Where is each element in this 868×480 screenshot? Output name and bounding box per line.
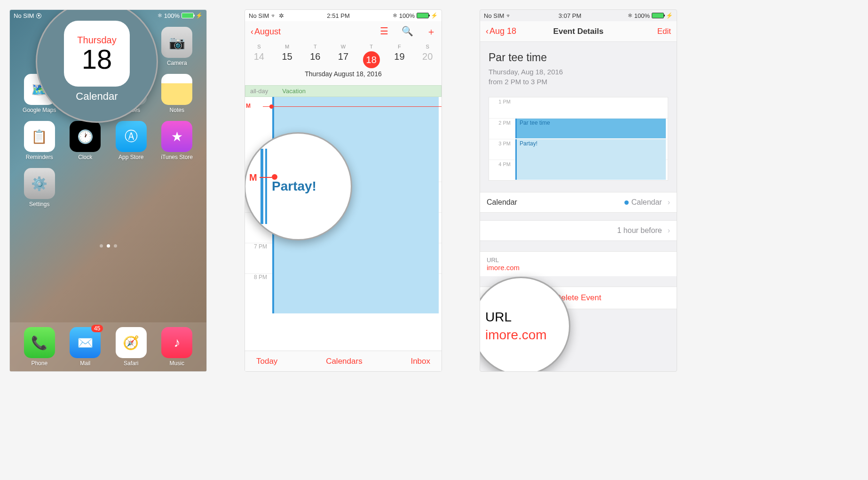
edit-button[interactable]: Edit xyxy=(657,27,671,36)
app-settings[interactable]: ⚙️Settings xyxy=(19,168,60,208)
alert-row[interactable]: 1 hour before› xyxy=(480,220,677,241)
day-17[interactable]: 17 xyxy=(329,51,357,68)
spinner-icon: ✲ xyxy=(279,12,284,19)
magnify-event: M Partay! xyxy=(245,132,352,240)
app-camera[interactable]: 📷 Camera xyxy=(157,27,197,66)
dock: 📞Phone ✉️45Mail 🧭Safari ♪Music xyxy=(10,322,206,371)
battery-icon xyxy=(652,13,664,18)
status-bar: No SIM ᯤ 3:07 PM ✱100%⚡ xyxy=(480,10,677,21)
wifi-icon: ⦿ xyxy=(36,12,42,19)
bluetooth-icon: ✱ xyxy=(393,12,397,19)
calendar-toolbar: Today Calendars Inbox xyxy=(245,351,442,371)
chevron-right-icon: › xyxy=(668,226,670,235)
day-19[interactable]: 19 xyxy=(386,51,414,68)
status-bar: No SIM ᯤ ✲ 2:51 PM ✱100%⚡ xyxy=(245,10,442,21)
nav-bar: ‹August ☰ 🔍 ＋ xyxy=(245,21,442,42)
inbox-button[interactable]: Inbox xyxy=(410,357,430,366)
calendar-day-view: No SIM ᯤ ✲ 2:51 PM ✱100%⚡ ‹August ☰ 🔍 ＋ … xyxy=(245,9,442,372)
calendar-color-dot xyxy=(624,200,629,205)
url-link[interactable]: imore.com xyxy=(485,328,547,343)
app-reminders[interactable]: 📋Reminders xyxy=(19,121,60,160)
battery-label: 100% xyxy=(164,12,180,19)
app-appstore[interactable]: ⒶApp Store xyxy=(111,121,151,160)
calendar-row[interactable]: Calendar Calendar› xyxy=(480,192,677,213)
app-mail[interactable]: ✉️45Mail xyxy=(65,327,106,367)
chevron-left-icon: ‹ xyxy=(251,27,253,37)
event-details-screen: No SIM ᯤ 3:07 PM ✱100%⚡ ‹Aug 18 Event De… xyxy=(480,9,677,372)
add-event-icon[interactable]: ＋ xyxy=(426,25,436,38)
day-14[interactable]: 14 xyxy=(245,51,273,68)
chevron-left-icon: ‹ xyxy=(486,26,489,36)
carrier-label: No SIM xyxy=(14,12,34,19)
page-dots[interactable] xyxy=(10,244,206,248)
app-phone[interactable]: 📞Phone xyxy=(19,327,60,367)
mini-timeline: 1 PM 2 PM Par tee time 3 PM Partay! 4 PM xyxy=(489,97,668,181)
day-15[interactable]: 15 xyxy=(273,51,301,68)
battery-icon xyxy=(417,13,429,18)
app-music[interactable]: ♪Music xyxy=(157,327,197,367)
date-subtitle: Thursday August 18, 2016 xyxy=(245,68,442,81)
now-indicator-dot xyxy=(269,104,274,109)
event-name: Par tee time xyxy=(489,51,668,64)
all-day-row[interactable]: all-day Vacation xyxy=(245,85,442,97)
event-time: from 2 PM to 3 PM xyxy=(489,77,668,87)
back-button[interactable]: ‹August xyxy=(251,27,281,37)
battery-icon xyxy=(181,13,194,18)
chevron-right-icon: › xyxy=(668,198,670,207)
list-view-icon[interactable]: ☰ xyxy=(380,25,388,38)
app-notes[interactable]: Notes xyxy=(157,74,197,113)
mini-event-partee[interactable]: Par tee time xyxy=(515,119,666,138)
app-safari[interactable]: 🧭Safari xyxy=(111,327,151,367)
time-label: 3:07 PM xyxy=(559,12,581,19)
app-clock[interactable]: 🕐Clock xyxy=(65,121,106,160)
home-screen: No SIM ⦿ ✱ 100% ⚡ 📷 Camera 🗺️Google Maps… xyxy=(9,9,207,372)
today-button[interactable]: Today xyxy=(256,357,277,366)
day-20[interactable]: 20 xyxy=(413,51,442,68)
back-button[interactable]: ‹Aug 18 xyxy=(486,26,516,36)
calendar-app-icon[interactable]: Thursday 18 xyxy=(64,21,130,87)
wifi-icon: ᯤ xyxy=(506,12,512,19)
app-itunes[interactable]: ★iTunes Store xyxy=(157,121,197,160)
day-16[interactable]: 16 xyxy=(301,51,329,68)
event-partay[interactable]: Partay! xyxy=(272,179,316,194)
search-icon[interactable]: 🔍 xyxy=(402,25,413,38)
bluetooth-icon: ✱ xyxy=(628,12,632,19)
time-label: 2:51 PM xyxy=(327,12,349,19)
calendars-button[interactable]: Calendars xyxy=(326,357,363,366)
week-header: SMTWTFS 14 15 16 17 18 19 20 Thursday Au… xyxy=(245,42,442,85)
charging-icon: ⚡ xyxy=(431,12,438,19)
now-indicator-line xyxy=(263,106,442,107)
event-date: Thursday, Aug 18, 2016 xyxy=(489,67,668,77)
nav-bar: ‹Aug 18 Event Details Edit xyxy=(480,21,677,42)
bluetooth-icon: ✱ xyxy=(158,12,162,19)
wifi-icon: ᯤ xyxy=(271,12,277,19)
url-row[interactable]: URL imore.com xyxy=(480,251,677,276)
charging-icon: ⚡ xyxy=(196,12,203,19)
day-18-selected[interactable]: 18 xyxy=(363,51,380,68)
charging-icon: ⚡ xyxy=(666,12,673,19)
